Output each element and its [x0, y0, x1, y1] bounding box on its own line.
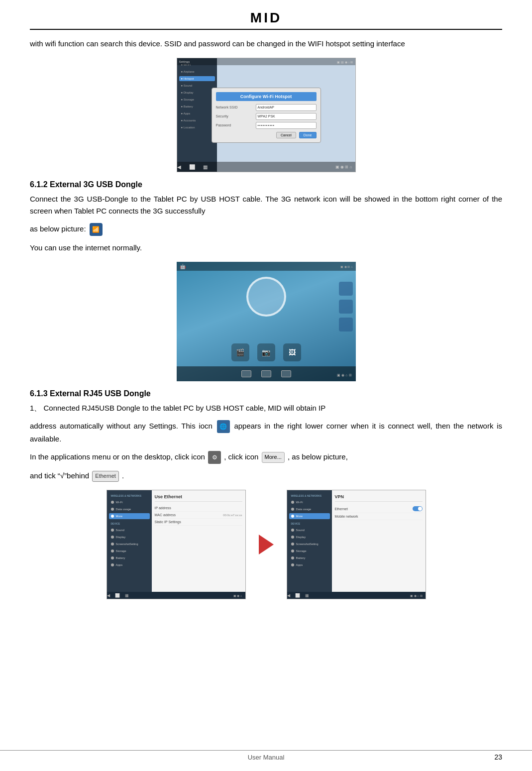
- sidebar-screenshot-label-l: ScreenshotSetting: [116, 543, 138, 546]
- mac-value: 00:0c:e7:xx:xx: [223, 514, 242, 517]
- section-613-para1: 1、 Connected RJ45USB Dongle to the table…: [30, 402, 502, 414]
- wifi-dialog-buttons: Cancel Done: [216, 132, 317, 138]
- sidebar-item-datausage-r[interactable]: Data usage: [289, 506, 330, 512]
- back-nav-l: ◀: [107, 593, 110, 598]
- sidebar-item-wifi-l[interactable]: Wi-Fi: [109, 499, 150, 505]
- sidebar-storage-label-r: Storage: [296, 550, 307, 552]
- section-613-para2-line: address automatically without any Settin…: [30, 420, 502, 445]
- section-613-heading: 6.1.3 External RJ45 USB Dongle: [30, 389, 502, 398]
- sidebar-dot-wifi-r: [291, 501, 294, 504]
- settings-screenshots-pair: WIRELESS & NETWORKS Wi-Fi Data usage Mor…: [30, 490, 502, 599]
- ethernet-toggle[interactable]: [413, 506, 423, 511]
- wifi-security-label: Security: [216, 114, 256, 118]
- menu-icon: ▦: [203, 164, 208, 170]
- sidebar-battery-label-r: Battery: [296, 556, 306, 559]
- home-nav-l: ⬜: [115, 593, 120, 598]
- ethernet-badge: Ethernet: [92, 471, 119, 482]
- section-613-para4-line: In the applications menu or on the deskt…: [30, 451, 502, 464]
- arrow-right-icon: [259, 535, 274, 554]
- arrow-right-container: [254, 535, 279, 554]
- wifi-security-select[interactable]: WPA2 PSK: [256, 113, 317, 120]
- android-bottombar: ▣ ◉ ⌂ ⊞: [177, 366, 356, 381]
- settings-left-title: Use Ethernet: [155, 494, 242, 502]
- ethernet-label-row: Ethernet: [335, 507, 348, 511]
- settings-row-mac: MAC address 00:0c:e7:xx:xx: [155, 512, 242, 519]
- nav-menu[interactable]: [281, 370, 291, 377]
- wifi-main-area: Settings ▣ ▤ ◉ ⌂ ⊞ Configure Wi-Fi Hotsp…: [177, 58, 355, 172]
- section-613-para8-text: .: [122, 471, 124, 480]
- wifi-screenshot-container: ● Wi-Fi ● Airplane ● Hotspot ● Sound ● D…: [30, 58, 502, 172]
- sidebar-sound-label-l: Sound: [116, 529, 124, 532]
- settings-row-ipaddress: IP address: [155, 505, 242, 512]
- wifi-password-value: ••••••••••: [258, 123, 275, 127]
- sidebar-item-more-l[interactable]: More: [109, 513, 150, 519]
- settings-screenshot-left: WIRELESS & NETWORKS Wi-Fi Data usage Mor…: [106, 490, 246, 599]
- sidebar-item-battery-l[interactable]: Battery: [109, 555, 150, 561]
- wifi-password-input[interactable]: ••••••••••: [256, 122, 317, 129]
- network-icon-inline: 🌐: [217, 420, 230, 433]
- sidebar-more-label-l: More: [116, 515, 123, 518]
- sidebar-item-storage-l[interactable]: Storage: [109, 548, 150, 554]
- wifi-security-value: WPA2 PSK: [258, 114, 275, 118]
- sidebar-section-device-r: DEVICE: [289, 521, 330, 526]
- sidebar-datausage-label-r: Data usage: [296, 508, 312, 511]
- wifi-ssid-label: Network SSID: [216, 106, 256, 109]
- sidebar-item-sound-l[interactable]: Sound: [109, 527, 150, 533]
- sidebar-dot-sound-l: [111, 529, 114, 532]
- sidebar-dot-apps-l: [111, 563, 114, 566]
- wifi-topbar-text: Settings: [179, 60, 190, 63]
- android-app-3: 🖼: [283, 343, 301, 361]
- sidebar-dot-more-l: [111, 515, 114, 518]
- nav-back[interactable]: [241, 370, 251, 377]
- android-clock: [246, 277, 286, 317]
- sidebar-wifi-label-l: Wi-Fi: [116, 501, 123, 504]
- android-topbar: 🤖 ▣ ◉ ⊞ ⌂: [177, 262, 356, 271]
- sidebar-item-more-r[interactable]: More: [289, 513, 330, 519]
- staticip-label: Static IP Settings: [155, 520, 181, 524]
- sidebar-item-display-l[interactable]: Display: [109, 534, 150, 540]
- wifi-dialog-title: Configure Wi-Fi Hotspot: [216, 92, 317, 101]
- wifi-password-row: Password ••••••••••: [216, 122, 317, 129]
- sidebar-item-storage-r[interactable]: Storage: [289, 548, 330, 554]
- section-613-para2-text: address automatically without any Settin…: [30, 422, 213, 430]
- sidebar-item-datausage-l[interactable]: Data usage: [109, 506, 150, 512]
- status-icons: ▣ ◉ ⊞ ⌂: [335, 165, 352, 169]
- nav-home[interactable]: [261, 370, 271, 377]
- sidebar-item-display-r[interactable]: Display: [289, 534, 330, 540]
- sidebar-item-screenshot-r[interactable]: ScreenshotSetting: [289, 541, 330, 547]
- sidebar-dot-battery-r: [291, 556, 294, 559]
- page-title: MID: [250, 10, 282, 25]
- wifi-done-button[interactable]: Done: [299, 132, 317, 138]
- sidebar-item-battery-r[interactable]: Battery: [289, 555, 330, 561]
- settings-right-sidebar: WIRELESS & NETWORKS Wi-Fi Data usage Mor…: [287, 490, 332, 599]
- sidebar-storage-label-l: Storage: [116, 550, 126, 552]
- menu-nav-l: ▦: [125, 593, 129, 598]
- sidebar-dot-wifi-l: [111, 501, 114, 504]
- sidebar-display-label-r: Display: [296, 536, 306, 539]
- section-612-para3: You can use the internet normally.: [30, 242, 502, 254]
- footer-text: User Manual: [248, 754, 285, 761]
- sidebar-battery-label-l: Battery: [116, 556, 125, 559]
- sidebar-apps-label-r: Apps: [296, 563, 303, 566]
- sidebar-dot-apps-r: [291, 563, 294, 566]
- sidebar-more-label-r: More: [296, 515, 303, 518]
- settings-right-bottombar: ◀ ⬜ ▦ ▣ ◉ ⌂ ⊞: [287, 592, 426, 599]
- sidebar-apps-label-l: Apps: [116, 563, 123, 566]
- wifi-ssid-input[interactable]: AndroidAP: [256, 104, 317, 111]
- sidebar-item-sound-r[interactable]: Sound: [289, 527, 330, 533]
- home-icon: ⬜: [189, 164, 195, 170]
- sidebar-dot-screenshot-r: [291, 543, 294, 546]
- status-nav-l: ▣ ◉ ⌂: [233, 594, 242, 597]
- sidebar-item-wifi-r[interactable]: Wi-Fi: [289, 499, 330, 505]
- wifi-topbar-icons: ▣ ▤ ◉ ⌂ ⊞: [337, 60, 353, 64]
- intro-text: with wifi function can search this devic…: [30, 38, 502, 50]
- settings-screenshot-right: WIRELESS & NETWORKS Wi-Fi Data usage Mor…: [287, 490, 426, 599]
- android-status-icons: ▣ ◉ ⊞ ⌂: [340, 265, 353, 268]
- sidebar-item-screenshot-l[interactable]: ScreenshotSetting: [109, 541, 150, 547]
- sidebar-item-apps-l[interactable]: Apps: [109, 562, 150, 568]
- sidebar-item-apps-r[interactable]: Apps: [289, 562, 330, 568]
- sidebar-dot-sound-r: [291, 529, 294, 532]
- wifi-password-label: Password: [216, 123, 256, 127]
- more-button-inline[interactable]: More...: [262, 452, 285, 463]
- wifi-cancel-button[interactable]: Cancel: [276, 132, 296, 138]
